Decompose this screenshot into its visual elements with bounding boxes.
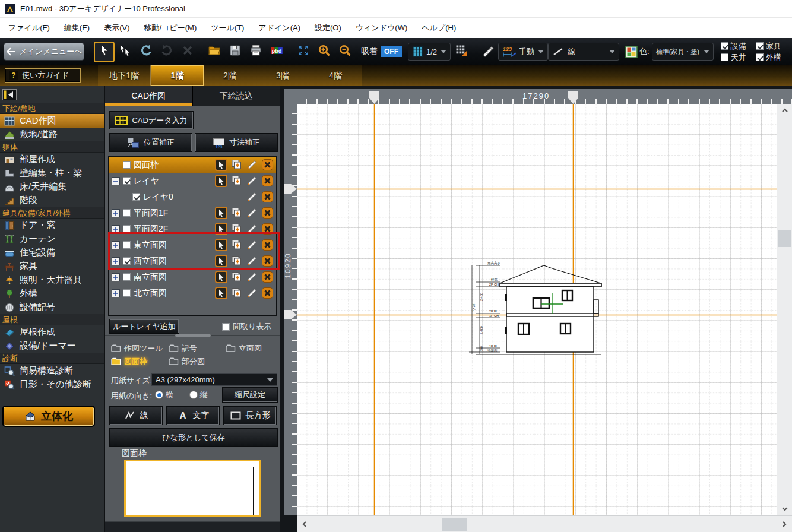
layer-select-icon[interactable] bbox=[215, 255, 227, 267]
zoom-in-button[interactable] bbox=[313, 42, 334, 62]
layer-select-icon[interactable] bbox=[215, 287, 227, 299]
folder-item-2[interactable]: 立面図 bbox=[226, 343, 279, 354]
dimension-correct-button[interactable]: 123 寸法補正 bbox=[195, 134, 277, 151]
orientation-option-0[interactable]: 横 bbox=[155, 390, 173, 400]
layer-edit-icon[interactable] bbox=[246, 223, 258, 235]
sidebar-item-2-5[interactable]: 外構 bbox=[0, 287, 104, 300]
panel-tab-0[interactable]: CAD作図 bbox=[105, 86, 193, 106]
sidebar-item-0-1[interactable]: 敷地/道路 bbox=[0, 128, 104, 141]
menu-item-4[interactable]: ツール(T) bbox=[204, 18, 251, 38]
layer-row-4[interactable]: 平面図2F bbox=[109, 221, 276, 237]
display-check-0[interactable]: 設備 bbox=[721, 41, 746, 51]
horizontal-scroll-thumb[interactable] bbox=[442, 518, 467, 531]
floor-tab-3[interactable]: 3階 bbox=[256, 65, 309, 86]
folder-item-3[interactable]: 図面枠 bbox=[111, 356, 169, 367]
layer-edit-icon[interactable] bbox=[246, 239, 258, 251]
expander-plus-icon[interactable] bbox=[112, 209, 120, 217]
layer-edit-icon[interactable] bbox=[246, 271, 258, 283]
expander-minus-icon[interactable] bbox=[112, 177, 120, 185]
layer-delete-icon[interactable] bbox=[261, 223, 274, 235]
sidebar-item-4-0[interactable]: 簡易構造診断 bbox=[0, 364, 104, 378]
layer-edit-icon[interactable] bbox=[246, 207, 258, 219]
layer-row-5[interactable]: 東立面図 bbox=[109, 237, 276, 253]
layer-delete-icon[interactable] bbox=[261, 175, 274, 187]
vertical-scrollbar[interactable] bbox=[777, 104, 792, 515]
sidebar-item-1-1[interactable]: 壁編集・柱・梁 bbox=[0, 166, 104, 180]
layer-visibility-checkbox[interactable] bbox=[123, 257, 131, 265]
sidebar-item-0-0[interactable]: CAD作図 bbox=[0, 114, 104, 128]
layer-visibility-checkbox[interactable] bbox=[123, 273, 131, 281]
multi-select-button[interactable] bbox=[115, 42, 135, 62]
sidebar-item-4-1[interactable]: 日影・その他診断 bbox=[0, 378, 104, 391]
scroll-down-icon[interactable] bbox=[781, 505, 789, 513]
display-check-3[interactable]: 外構 bbox=[756, 52, 781, 62]
layer-delete-icon[interactable] bbox=[261, 191, 274, 203]
panel-divider[interactable] bbox=[105, 335, 280, 336]
expander-plus-icon[interactable] bbox=[112, 241, 120, 249]
floor-tab-0[interactable]: 地下1階 bbox=[98, 65, 151, 86]
layer-edit-icon[interactable] bbox=[246, 191, 258, 203]
grid-scale-dropdown[interactable]: 1/2 bbox=[408, 43, 451, 61]
scroll-right-icon[interactable] bbox=[780, 520, 788, 528]
floor-tab-2[interactable]: 2階 bbox=[204, 65, 256, 86]
folder-item-0[interactable]: 作図ツール bbox=[111, 343, 169, 354]
layer-delete-icon[interactable] bbox=[261, 159, 274, 171]
sidebar-item-3-1[interactable]: 設備/ドーマー bbox=[0, 339, 104, 353]
sidebar-item-2-0[interactable]: ドア・窓 bbox=[0, 218, 104, 232]
menu-item-3[interactable]: 移動/コピー(M) bbox=[137, 18, 204, 38]
layer-edit-icon[interactable] bbox=[246, 175, 258, 187]
layer-duplicate-icon[interactable] bbox=[230, 223, 243, 235]
sidebar-item-2-1[interactable]: カーテン bbox=[0, 232, 104, 246]
layer-duplicate-icon[interactable] bbox=[230, 207, 243, 219]
layer-visibility-checkbox[interactable] bbox=[123, 161, 131, 169]
draw-text-button[interactable]: A文字 bbox=[167, 407, 219, 425]
scroll-left-icon[interactable] bbox=[300, 520, 309, 528]
layer-row-7[interactable]: 南立面図 bbox=[109, 269, 276, 285]
layer-select-icon[interactable] bbox=[215, 271, 227, 283]
vertical-scroll-thumb[interactable] bbox=[778, 230, 791, 247]
make-3d-button[interactable]: 立体化 bbox=[4, 407, 94, 426]
layer-duplicate-icon[interactable] bbox=[230, 255, 243, 267]
layer-edit-icon[interactable] bbox=[246, 159, 258, 171]
scroll-up-icon[interactable] bbox=[781, 106, 789, 115]
sidebar-item-2-6[interactable]: 設備記号 bbox=[0, 300, 104, 314]
sidebar-item-1-2[interactable]: 床/天井編集 bbox=[0, 180, 104, 194]
floor-tab-4[interactable]: 4階 bbox=[309, 65, 362, 86]
layer-select-icon[interactable] bbox=[215, 207, 227, 219]
menu-item-2[interactable]: 表示(V) bbox=[97, 18, 137, 38]
menu-item-7[interactable]: ウィンドウ(W) bbox=[349, 18, 414, 38]
layer-select-icon[interactable] bbox=[215, 239, 227, 251]
cad-data-input-button[interactable]: CADデータ入力 bbox=[110, 112, 193, 129]
grid-angle-button[interactable] bbox=[451, 42, 471, 62]
layer-row-2[interactable]: レイヤ0 bbox=[109, 189, 276, 205]
dimension-mode-dropdown[interactable]: 123 手動 bbox=[498, 43, 548, 61]
layer-visibility-checkbox[interactable] bbox=[123, 177, 131, 185]
layer-delete-icon[interactable] bbox=[261, 271, 274, 283]
elevation-drawing-surface[interactable]: 最高高さ 軒高 2F CH 2F FL 1F CH 1F FL 地盤面 2,40… bbox=[280, 86, 792, 532]
draw-polyline-button[interactable]: 線 bbox=[110, 407, 162, 425]
layer-delete-icon[interactable] bbox=[261, 255, 274, 267]
expander-plus-icon[interactable] bbox=[112, 225, 120, 233]
layer-delete-icon[interactable] bbox=[261, 287, 274, 299]
layer-delete-icon[interactable] bbox=[261, 207, 274, 219]
fit-view-button[interactable] bbox=[293, 42, 313, 62]
layer-row-8[interactable]: 北立面図 bbox=[109, 285, 276, 301]
layer-visibility-checkbox[interactable] bbox=[123, 209, 131, 217]
sidebar-collapse-button[interactable] bbox=[2, 89, 17, 100]
measure-pen-button[interactable] bbox=[477, 42, 498, 62]
layer-duplicate-icon[interactable] bbox=[230, 239, 243, 251]
sidebar-item-2-4[interactable]: 照明・天井器具 bbox=[0, 273, 104, 287]
layer-duplicate-icon[interactable] bbox=[230, 175, 243, 187]
save-button[interactable] bbox=[224, 42, 245, 62]
menu-item-5[interactable]: アドイン(A) bbox=[251, 18, 308, 38]
open-file-button[interactable] bbox=[204, 42, 224, 62]
layer-duplicate-icon[interactable] bbox=[230, 271, 243, 283]
main-menu-button[interactable]: メインメニューへ bbox=[4, 43, 84, 61]
layer-visibility-checkbox[interactable] bbox=[123, 241, 131, 249]
sidebar-item-1-0[interactable]: 部屋作成 bbox=[0, 153, 104, 166]
floor-tab-1[interactable]: 1階 bbox=[151, 65, 204, 86]
layer-row-3[interactable]: 平面図1F bbox=[109, 205, 276, 221]
scale-setting-button[interactable]: 縮尺設定 bbox=[223, 388, 277, 402]
zoom-out-button[interactable] bbox=[334, 42, 355, 62]
menu-item-1[interactable]: 編集(E) bbox=[57, 18, 97, 38]
